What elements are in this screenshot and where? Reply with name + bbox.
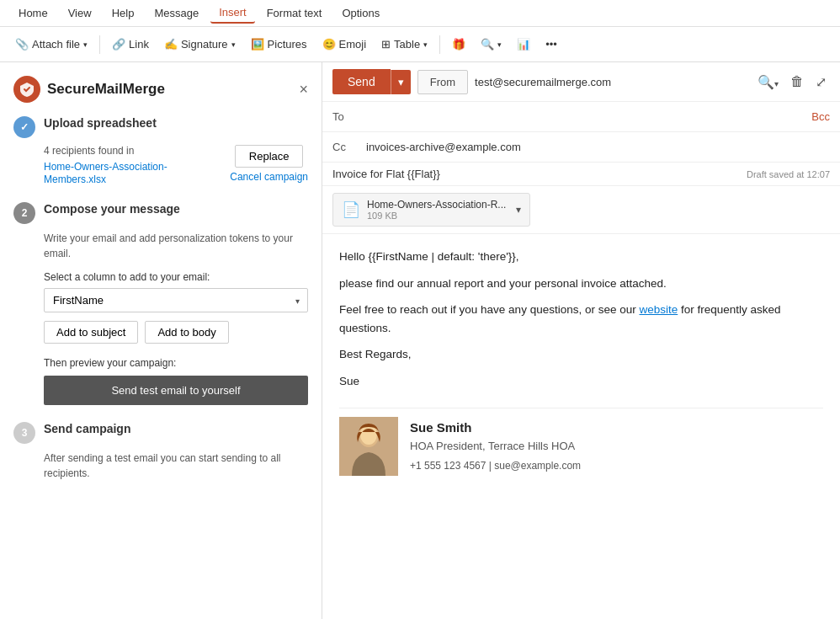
- more-btn[interactable]: •••: [539, 35, 564, 54]
- select-column-label: Select a column to add to your email:: [44, 271, 308, 283]
- email-sig-name: Sue: [339, 372, 823, 391]
- main-content: SecureMailMerge × ✓ Upload spreadsheet 4…: [0, 62, 840, 619]
- email-compose-area: Send ▾ From test@securemailmerge.com 🔍▾ …: [322, 62, 840, 619]
- gift-btn[interactable]: 🎁: [445, 35, 472, 54]
- menu-message[interactable]: Message: [146, 3, 207, 23]
- zoom-caret: ▾: [774, 79, 779, 88]
- add-to-subject-button[interactable]: Add to subject: [44, 321, 138, 344]
- step3-section: 3 Send campaign After sending a test ema…: [13, 422, 308, 481]
- delete-button[interactable]: 🗑: [787, 71, 807, 93]
- signature-info: Sue Smith HOA President, Terrace Hills H…: [410, 418, 581, 475]
- email-body: Hello {{FirstName | default: 'there'}}, …: [322, 234, 840, 619]
- cc-label: Cc: [332, 141, 366, 153]
- add-to-body-button[interactable]: Add to body: [145, 321, 228, 344]
- sig-full-name: Sue Smith: [410, 418, 581, 438]
- from-email-address: test@securemailmerge.com: [475, 76, 747, 88]
- sig-contact: +1 555 123 4567 | sue@example.com: [410, 458, 581, 474]
- step2-section: 2 Compose your message Write your email …: [13, 202, 308, 405]
- send-button-group: Send ▾: [332, 69, 411, 94]
- signature-btn[interactable]: ✍️ Signature ▾: [157, 35, 242, 54]
- link-icon: 🔗: [112, 38, 125, 51]
- email-line2: Feel free to reach out if you have any q…: [339, 301, 823, 337]
- email-closing: Best Regards,: [339, 345, 823, 364]
- cancel-campaign-link[interactable]: Cancel campaign: [230, 171, 308, 183]
- expand-button[interactable]: ⤢: [812, 71, 830, 93]
- logo-icon: [13, 76, 40, 103]
- email-toolbar: Send ▾ From test@securemailmerge.com 🔍▾ …: [322, 62, 840, 102]
- attach-dropdown-caret: ▾: [83, 40, 88, 49]
- emoji-btn[interactable]: 😊 Emoji: [316, 35, 374, 54]
- bcc-toggle[interactable]: Bcc: [811, 110, 830, 123]
- sidebar-title: SecureMailMerge: [47, 81, 165, 98]
- zoom-button[interactable]: 🔍▾: [754, 71, 782, 93]
- step3-number: 3: [13, 422, 35, 444]
- step1-title: Upload spreadsheet: [44, 116, 157, 130]
- menubar: Home View Help Message Insert Format tex…: [0, 0, 840, 27]
- cc-address: invoices-archive@example.com: [366, 141, 830, 153]
- step2-header: 2 Compose your message: [13, 202, 308, 224]
- link-btn[interactable]: 🔗 Link: [105, 35, 156, 54]
- step3-title: Send campaign: [44, 422, 130, 435]
- table-icon: ⊞: [381, 38, 391, 51]
- pdf-icon: 📄: [342, 200, 360, 219]
- paperclip-icon: 📎: [15, 38, 29, 51]
- search-toolbar-btn[interactable]: 🔍 ▾: [474, 35, 508, 54]
- replace-button[interactable]: Replace: [235, 145, 304, 168]
- to-input[interactable]: [366, 110, 811, 123]
- pictures-btn[interactable]: 🖼️ Pictures: [244, 35, 314, 54]
- menu-help[interactable]: Help: [104, 3, 143, 23]
- table-btn[interactable]: ⊞ Table ▾: [375, 35, 434, 54]
- chart-btn[interactable]: 📊: [510, 35, 537, 54]
- attach-file-btn[interactable]: 📎 Attach file ▾: [8, 35, 94, 54]
- avatar: [339, 417, 398, 476]
- sidebar-logo: SecureMailMerge: [13, 76, 165, 103]
- step3-header: 3 Send campaign: [13, 422, 308, 444]
- menu-insert[interactable]: Insert: [210, 3, 255, 24]
- table-dropdown-caret: ▾: [423, 40, 428, 49]
- email-line2-prefix: Feel free to reach out if you have any q…: [339, 303, 639, 316]
- step2-title: Compose your message: [44, 202, 180, 216]
- toolbar: 📎 Attach file ▾ 🔗 Link ✍️ Signature ▾ 🖼️…: [0, 27, 840, 62]
- sidebar-panel: SecureMailMerge × ✓ Upload spreadsheet 4…: [0, 62, 322, 619]
- checkmark-icon: ✓: [20, 121, 29, 133]
- to-field-row: To Bcc: [322, 102, 840, 132]
- close-sidebar-button[interactable]: ×: [299, 81, 308, 99]
- spreadsheet-link[interactable]: Home-Owners-Association-Members.xlsx: [44, 161, 167, 185]
- sep2: [439, 35, 440, 54]
- pictures-icon: 🖼️: [251, 38, 264, 51]
- email-greeting: Hello {{FirstName | default: 'there'}},: [339, 248, 823, 266]
- sig-title: HOA President, Terrace Hills HOA: [410, 438, 581, 456]
- recipients-info: 4 recipients found in: [44, 145, 221, 157]
- menu-view[interactable]: View: [60, 3, 100, 23]
- draft-saved-status: Draft saved at 12:07: [747, 169, 830, 179]
- signature-label: Signature: [181, 38, 228, 51]
- more-icon: •••: [545, 38, 557, 51]
- emoji-label: Emoji: [339, 38, 367, 51]
- to-label: To: [332, 110, 366, 123]
- send-dropdown-button[interactable]: ▾: [391, 70, 411, 94]
- add-buttons-row: Add to subject Add to body: [44, 321, 308, 344]
- emoji-icon: 😊: [322, 38, 336, 51]
- email-tools: 🔍▾ 🗑 ⤢: [754, 71, 830, 93]
- attachment-row: 📄 Home-Owners-Association-R... 109 KB ▾: [322, 186, 840, 234]
- attachment-info: Home-Owners-Association-R... 109 KB: [367, 199, 506, 221]
- compose-description: Write your email and add personalization…: [44, 231, 308, 261]
- search-icon: 🔍: [481, 38, 494, 51]
- pictures-label: Pictures: [268, 38, 307, 51]
- menu-format-text[interactable]: Format text: [258, 3, 331, 23]
- signature-icon: ✍️: [164, 38, 178, 51]
- menu-home[interactable]: Home: [10, 3, 56, 23]
- from-label: From: [417, 70, 468, 94]
- send-test-email-button[interactable]: Send test email to yourself: [44, 376, 308, 405]
- attachment-dropdown-btn[interactable]: ▾: [516, 204, 521, 216]
- sep1: [99, 35, 100, 54]
- column-select-wrapper: FirstName LastName Email Flat ▾: [44, 288, 308, 312]
- gift-icon: 🎁: [452, 38, 465, 51]
- menu-options[interactable]: Options: [333, 3, 388, 23]
- sig-email: sue@example.com: [494, 460, 581, 472]
- subject-text: Invoice for Flat {{Flat}}: [332, 168, 747, 180]
- send-button[interactable]: Send: [332, 69, 391, 94]
- column-select[interactable]: FirstName LastName Email Flat: [44, 288, 308, 312]
- website-link[interactable]: website: [639, 303, 678, 316]
- chart-icon: 📊: [517, 38, 530, 51]
